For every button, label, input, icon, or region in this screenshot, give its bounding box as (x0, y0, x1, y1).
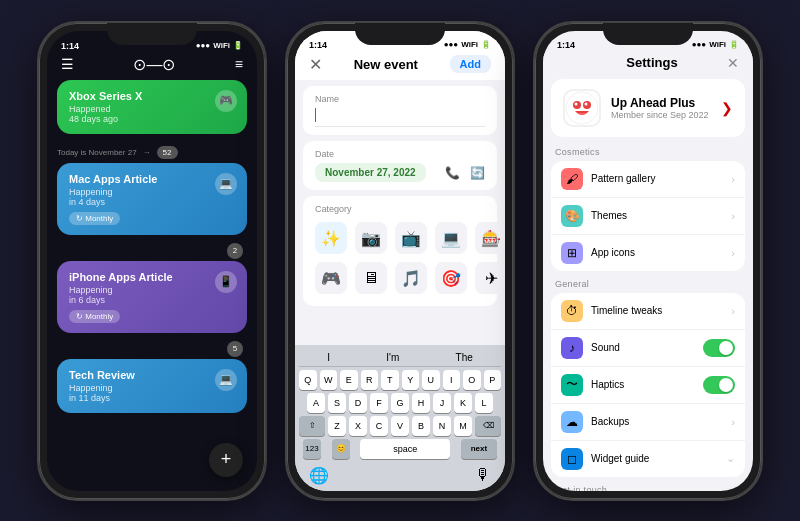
pattern-icon: 🖌 (561, 168, 583, 190)
close-button[interactable]: ✕ (309, 55, 322, 74)
settings-widget-guide[interactable]: ◻ Widget guide ⌄ (551, 441, 745, 477)
app-icons-icon: ⊞ (561, 242, 583, 264)
suggestion-im[interactable]: I'm (386, 352, 399, 363)
settings-sound[interactable]: ♪ Sound (551, 330, 745, 367)
cat-item-2[interactable]: 📺 (395, 222, 427, 254)
svg-point-0 (566, 92, 598, 124)
xbox-sub1: Happened (69, 104, 235, 114)
section-contact-header: Get in touch (543, 479, 753, 491)
app-icons-label: App icons (591, 247, 723, 258)
key-p[interactable]: P (484, 370, 502, 390)
section-cosmetics-header: Cosmetics (543, 141, 753, 159)
settings-haptics[interactable]: 〜 Haptics (551, 367, 745, 404)
key-r[interactable]: R (361, 370, 379, 390)
cat-item-7[interactable]: 🎵 (395, 262, 427, 294)
phone3-header: Settings ✕ (543, 53, 753, 75)
cat-item-8[interactable]: 🎯 (435, 262, 467, 294)
name-input[interactable] (315, 108, 485, 128)
cat-item-5[interactable]: 🎮 (315, 262, 347, 294)
phone-icon[interactable]: 📞 (445, 166, 460, 180)
key-n[interactable]: N (433, 416, 451, 436)
key-s[interactable]: S (328, 393, 346, 413)
key-o[interactable]: O (463, 370, 481, 390)
key-delete[interactable]: ⌫ (475, 416, 501, 436)
key-next[interactable]: next (461, 439, 497, 459)
time-2: 1:14 (309, 40, 327, 50)
mic-icon[interactable]: 🎙 (475, 466, 491, 485)
globe-icon[interactable]: 🌐 (309, 466, 329, 485)
settings-backups[interactable]: ☁ Backups › (551, 404, 745, 441)
key-t[interactable]: T (381, 370, 399, 390)
screen-1: 1:14 ●●● WiFi 🔋 ☰ ⊙—⊙ ≡ 🎮 Xbox Series X (47, 31, 257, 491)
key-a[interactable]: A (307, 393, 325, 413)
key-g[interactable]: G (391, 393, 409, 413)
fab-button[interactable]: + (209, 443, 243, 477)
settings-title: Settings (626, 55, 677, 70)
menu-icon[interactable]: ☰ (61, 56, 74, 72)
category-grid: ✨ 📷 📺 💻 🎰 🎮 🖥 🎵 🎯 ✈ (315, 218, 485, 298)
key-h[interactable]: H (412, 393, 430, 413)
date-row: November 27, 2022 📞 🔄 (315, 163, 485, 182)
date-chip[interactable]: November 27, 2022 (315, 163, 426, 182)
cat-item-6[interactable]: 🖥 (355, 262, 387, 294)
key-space[interactable]: space (360, 439, 450, 459)
repeat-icon[interactable]: 🔄 (470, 166, 485, 180)
sound-label: Sound (591, 342, 695, 353)
suggestion-i[interactable]: I (327, 352, 330, 363)
new-event-title: New event (354, 57, 418, 72)
settings-themes[interactable]: 🎨 Themes › (551, 198, 745, 235)
key-f[interactable]: F (370, 393, 388, 413)
key-w[interactable]: W (320, 370, 338, 390)
mac-sub2: in 4 days (69, 197, 235, 207)
key-shift[interactable]: ⇧ (299, 416, 325, 436)
cat-item-3[interactable]: 💻 (435, 222, 467, 254)
key-u[interactable]: U (422, 370, 440, 390)
add-button[interactable]: Add (450, 55, 491, 73)
backups-icon: ☁ (561, 411, 583, 433)
suggestion-the[interactable]: The (456, 352, 473, 363)
key-v[interactable]: V (391, 416, 409, 436)
profile-section[interactable]: Up Ahead Plus Member since Sep 2022 ❯ (551, 79, 745, 137)
phone1-header: ☰ ⊙—⊙ ≡ (47, 53, 257, 80)
key-x[interactable]: X (349, 416, 367, 436)
key-k[interactable]: K (454, 393, 472, 413)
event-card-tech[interactable]: 💻 Tech Review Happening in 11 days (57, 359, 247, 413)
phone-3: 1:14 ●●● WiFi 🔋 Settings ✕ (533, 21, 763, 501)
cat-item-0[interactable]: ✨ (315, 222, 347, 254)
key-123[interactable]: 123 (303, 439, 321, 459)
key-l[interactable]: L (475, 393, 493, 413)
key-i[interactable]: I (443, 370, 461, 390)
settings-app-icons[interactable]: ⊞ App icons › (551, 235, 745, 271)
key-d[interactable]: D (349, 393, 367, 413)
filter-icon[interactable]: ≡ (235, 56, 243, 72)
event-card-xbox[interactable]: 🎮 Xbox Series X Happened 48 days ago (57, 80, 247, 134)
event-card-iphone[interactable]: 📱 iPhone Apps Article Happening in 6 day… (57, 261, 247, 333)
pattern-label: Pattern gallery (591, 173, 723, 184)
key-q[interactable]: Q (299, 370, 317, 390)
sound-icon: ♪ (561, 337, 583, 359)
key-y[interactable]: Y (402, 370, 420, 390)
key-b[interactable]: B (412, 416, 430, 436)
key-z[interactable]: Z (328, 416, 346, 436)
key-emoji[interactable]: 😊 (332, 439, 350, 459)
key-m[interactable]: M (454, 416, 472, 436)
cat-item-9[interactable]: ✈ (475, 262, 505, 294)
today-text: Today is November 27 (57, 148, 137, 157)
sound-toggle[interactable] (703, 339, 735, 357)
haptics-toggle[interactable] (703, 376, 735, 394)
settings-pattern-gallery[interactable]: 🖌 Pattern gallery › (551, 161, 745, 198)
tech-sub1: Happening (69, 383, 235, 393)
key-j[interactable]: J (433, 393, 451, 413)
settings-timeline-tweaks[interactable]: ⏱ Timeline tweaks › (551, 293, 745, 330)
key-e[interactable]: E (340, 370, 358, 390)
date-section: Date November 27, 2022 📞 🔄 (303, 141, 497, 190)
key-c[interactable]: C (370, 416, 388, 436)
date-actions: 📞 🔄 (445, 166, 485, 180)
settings-close-button[interactable]: ✕ (727, 55, 739, 71)
cat-item-4[interactable]: 🎰 (475, 222, 505, 254)
time-1: 1:14 (61, 41, 79, 51)
cat-item-1[interactable]: 📷 (355, 222, 387, 254)
event-card-mac[interactable]: 💻 Mac Apps Article Happening in 4 days ↻… (57, 163, 247, 235)
kb-row-2: A S D F G H J K L (299, 393, 501, 413)
kb-row-1: Q W E R T Y U I O P (299, 370, 501, 390)
